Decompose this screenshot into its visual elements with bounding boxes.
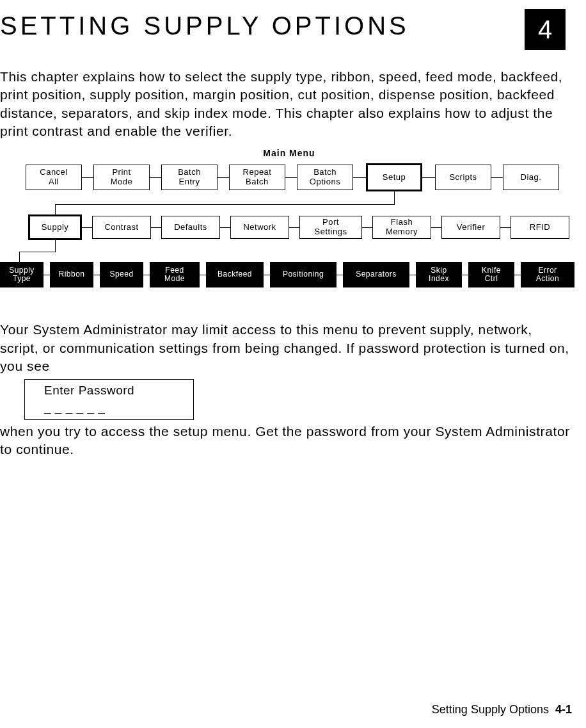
- password-prompt-label: Enter Password: [44, 382, 187, 399]
- menu-row1-diag: Diag.: [503, 165, 559, 190]
- intro-paragraph: This chapter explains how to select the …: [0, 68, 573, 140]
- menu-diagram: CancelAll PrintMode BatchEntry RepeatBat…: [0, 165, 576, 305]
- footer-section-label: Setting Supply Options: [432, 703, 549, 716]
- menu-row3-skip-index: SkipIndex: [416, 262, 462, 287]
- menu-row1-repeat-batch: RepeatBatch: [229, 165, 285, 190]
- footer-page-number: 4-1: [555, 703, 572, 716]
- menu-row2-supply: Supply: [28, 214, 82, 240]
- menu-row2-port-settings: PortSettings: [299, 216, 362, 239]
- menu-row2-network: Network: [230, 216, 289, 239]
- after-password-paragraph: when you try to access the setup menu. G…: [0, 423, 573, 459]
- menu-row1-print-mode: PrintMode: [93, 165, 150, 190]
- menu-row1-batch-options: BatchOptions: [297, 165, 353, 190]
- menu-row3-positioning: Positioning: [270, 262, 337, 287]
- password-display-box: Enter Password _ _ _ _ _ _: [24, 379, 194, 419]
- menu-row2-rfid: RFID: [511, 216, 569, 239]
- menu-row3-supply-type: SupplyType: [0, 262, 44, 287]
- menu-row1-cancel-all: CancelAll: [26, 165, 82, 190]
- menu-row3-feed-mode: FeedMode: [150, 262, 200, 287]
- menu-row1-batch-entry: BatchEntry: [161, 165, 218, 190]
- menu-row2-verifier: Verifier: [441, 216, 500, 239]
- menu-row3-error-action: ErrorAction: [521, 262, 574, 287]
- menu-row1-scripts: Scripts: [435, 165, 491, 190]
- menu-row2-contrast: Contrast: [92, 216, 151, 239]
- main-menu-title: Main Menu: [0, 148, 578, 158]
- admin-access-paragraph: Your System Administrator may limit acce…: [0, 321, 573, 375]
- menu-row3-separators: Separators: [343, 262, 409, 287]
- chapter-number-badge: 4: [525, 9, 566, 50]
- menu-row3-knife-ctrl: KnifeCtrl: [468, 262, 514, 287]
- page-footer: Setting Supply Options 4-1: [432, 703, 572, 716]
- menu-row2-flash-memory: FlashMemory: [372, 216, 431, 239]
- chapter-title: SETTING SUPPLY OPTIONS: [0, 12, 409, 40]
- menu-row2-defaults: Defaults: [161, 216, 220, 239]
- menu-row3-backfeed: Backfeed: [206, 262, 264, 287]
- menu-row3-speed: Speed: [100, 262, 143, 287]
- menu-row3-ribbon: Ribbon: [50, 262, 93, 287]
- menu-row1-setup: Setup: [366, 163, 422, 191]
- password-blanks: _ _ _ _ _ _: [44, 399, 187, 416]
